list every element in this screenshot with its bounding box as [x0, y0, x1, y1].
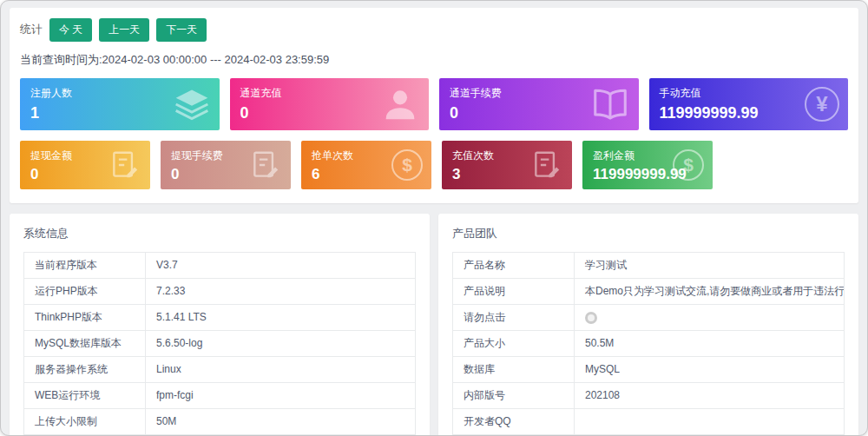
table-row: MySQL数据库版本 5.6.50-log: [24, 330, 416, 356]
bottom-section: 系统信息 当前程序版本 V3.7 运行PHP版本 7.2.33 ThinkPHP…: [10, 214, 858, 436]
stat-card-value: 3: [452, 166, 562, 183]
stat-card-value: 119999999.99: [593, 166, 702, 183]
info-value: [575, 408, 845, 434]
info-value: 50.5M: [575, 330, 845, 356]
stat-card-value: 6: [312, 166, 421, 183]
stat-card-title: 通道手续费: [450, 86, 628, 101]
stat-card-recharge-count: 充值次数 3: [442, 141, 572, 189]
table-row: 服务器操作系统 Linux: [24, 356, 416, 382]
stat-cards-row-1: 注册人数 1 通道充值 0: [20, 78, 848, 130]
table-row: 请勿点击: [453, 304, 845, 330]
info-value: 202108: [575, 382, 845, 408]
stat-card-channel-fee: 通道手续费 0: [439, 78, 639, 130]
info-value: 学习测试: [575, 252, 845, 278]
do-not-click-icon[interactable]: [585, 312, 597, 324]
product-team-title: 产品团队: [452, 226, 845, 241]
table-row: 产品大小 50.5M: [453, 330, 845, 356]
stat-card-channel-recharge: 通道充值 0: [230, 78, 430, 130]
info-value: 5.1.41 LTS: [146, 304, 416, 330]
stat-card-value: 0: [240, 104, 419, 122]
stat-card-title: 抢单次数: [312, 149, 421, 163]
stat-card-value: 0: [450, 104, 628, 122]
info-value: MySQL: [575, 356, 845, 382]
system-info-title: 系统信息: [23, 226, 416, 241]
app-window: 统计 今 天 上一天 下一天 当前查询时间为:2024-02-03 00:00:…: [0, 0, 868, 436]
stat-card-title: 手动充值: [660, 86, 838, 101]
stat-card-profit-amount: 盈利金额 119999999.99 $: [582, 141, 713, 189]
info-label: 运行PHP版本: [24, 278, 146, 304]
info-label: 上传大小限制: [24, 408, 146, 434]
stat-card-value: 0: [171, 166, 280, 183]
info-label: WEB运行环境: [24, 382, 146, 408]
info-label: 产品名称: [453, 252, 575, 278]
info-label: 当前程序版本: [24, 252, 146, 278]
info-label: 开发者QQ: [453, 408, 575, 434]
info-value: fpm-fcgi: [146, 382, 416, 408]
query-time-text: 当前查询时间为:2024-02-03 00:00:00 --- 2024-02-…: [20, 52, 848, 68]
stat-card-withdraw-amount: 提现金额 0: [20, 141, 150, 189]
table-row: 当前程序版本 V3.7: [24, 252, 416, 278]
info-label: MySQL数据库版本: [24, 330, 146, 356]
system-info-table: 当前程序版本 V3.7 运行PHP版本 7.2.33 ThinkPHP版本 5.…: [23, 252, 416, 436]
table-row: 上传大小限制 50M: [24, 408, 416, 434]
stat-card-title: 盈利金额: [593, 149, 702, 163]
stat-card-title: 注册人数: [30, 86, 209, 101]
table-row: 产品名称 学习测试: [453, 252, 845, 278]
table-row: 产品说明 本Demo只为学习测试交流,请勿要做商业或者用于违法行为,一切后果自负…: [453, 278, 845, 304]
stat-card-title: 提现金额: [30, 149, 140, 163]
table-row: 内部版号 202108: [453, 382, 845, 408]
stats-panel: 统计 今 天 上一天 下一天 当前查询时间为:2024-02-03 00:00:…: [10, 8, 858, 203]
stats-title: 统计: [20, 22, 43, 37]
stat-card-title: 通道充值: [240, 86, 419, 101]
stat-card-value: 1: [30, 104, 209, 122]
stat-card-value: 0: [30, 166, 140, 183]
product-team-table: 产品名称 学习测试 产品说明 本Demo只为学习测试交流,请勿要做商业或者用于违…: [452, 252, 845, 435]
stat-card-registered-users: 注册人数 1: [20, 78, 220, 130]
stat-card-manual-recharge: 手动充值 119999999.99 ¥: [649, 78, 849, 130]
stats-header: 统计 今 天 上一天 下一天: [20, 18, 848, 42]
info-label: 产品说明: [453, 278, 575, 304]
info-label: 内部版号: [453, 382, 575, 408]
info-label: ThinkPHP版本: [24, 304, 146, 330]
info-value: 50M: [146, 408, 416, 434]
stat-card-grab-order-count: 抢单次数 6 $: [301, 141, 431, 189]
system-info-panel: 系统信息 当前程序版本 V3.7 运行PHP版本 7.2.33 ThinkPHP…: [10, 214, 430, 436]
table-row: 开发者QQ: [453, 408, 845, 434]
stat-card-value: 119999999.99: [660, 104, 838, 122]
table-row: WEB运行环境 fpm-fcgi: [24, 382, 416, 408]
table-row: 数据库 MySQL: [453, 356, 845, 382]
info-value: 5.6.50-log: [146, 330, 416, 356]
prev-day-button[interactable]: 上一天: [99, 18, 149, 42]
info-value: [575, 304, 845, 330]
info-label: 数据库: [453, 356, 575, 382]
table-row: 运行PHP版本 7.2.33: [24, 278, 416, 304]
stat-card-withdraw-fee: 提现手续费 0: [161, 141, 291, 189]
today-button[interactable]: 今 天: [49, 18, 92, 42]
table-row: ThinkPHP版本 5.1.41 LTS: [24, 304, 416, 330]
info-label: 产品大小: [453, 330, 575, 356]
info-label: 服务器操作系统: [24, 356, 146, 382]
dashboard-page: 统计 今 天 上一天 下一天 当前查询时间为:2024-02-03 00:00:…: [1, 1, 867, 436]
info-value: V3.7: [146, 252, 416, 278]
product-team-panel: 产品团队 产品名称 学习测试 产品说明 本Demo只为学习测试交流,请勿要做商业…: [438, 214, 858, 436]
info-value: 7.2.33: [146, 278, 416, 304]
info-value: 本Demo只为学习测试交流,请勿要做商业或者用于违法行为,一切后果自负。: [575, 278, 845, 304]
stat-cards-row-2: 提现金额 0 提现手续费 0: [20, 141, 848, 189]
next-day-button[interactable]: 下一天: [156, 18, 207, 42]
info-value: Linux: [146, 356, 416, 382]
stat-card-title: 提现手续费: [171, 149, 280, 163]
stat-card-title: 充值次数: [452, 149, 562, 163]
info-label: 请勿点击: [453, 304, 575, 330]
